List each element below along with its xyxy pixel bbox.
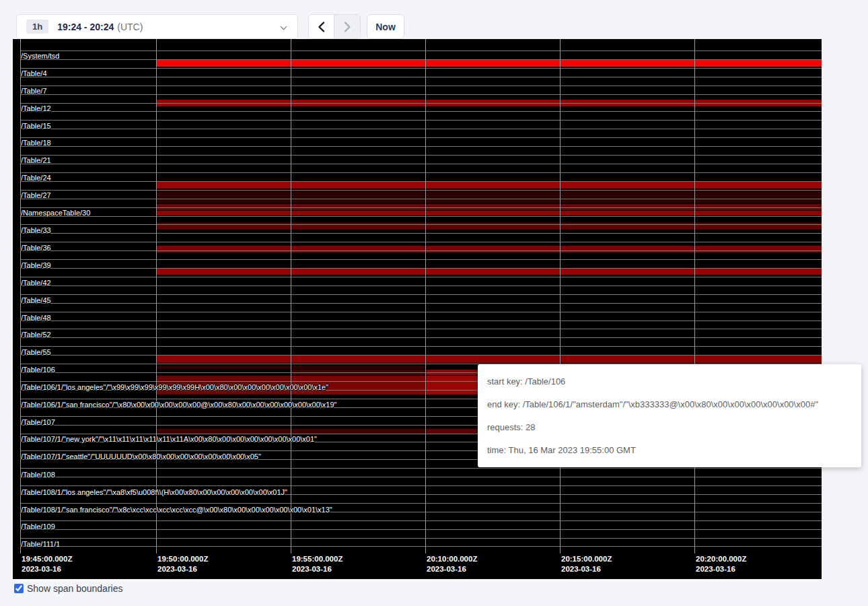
span-boundary-line: [20, 181, 822, 182]
span-boundary-line: [20, 529, 822, 530]
tick-time: 20:20:00.000Z: [696, 554, 746, 564]
tick-date: 2023-03-16: [157, 564, 208, 574]
show-span-boundaries-checkbox[interactable]: [14, 584, 24, 593]
heat-stripe: [156, 246, 822, 252]
span-key-label: /NamespaceTable/30: [21, 209, 90, 217]
span-key-label: /Table/42: [21, 279, 51, 288]
next-window-button[interactable]: [334, 15, 360, 38]
tick-time: 19:45:00.000Z: [22, 554, 72, 564]
time-gridline: [560, 39, 560, 553]
span-key-label: /Table/55: [21, 348, 51, 357]
span-key-label: /Table/12: [21, 104, 51, 113]
span-boundary-line: [20, 250, 822, 251]
span-boundary-line: [20, 355, 822, 356]
tick-date: 2023-03-16: [292, 564, 342, 574]
span-key-label: /Table/109: [21, 523, 55, 531]
span-key-label: /Table/106/1/"san francisco"/"\x80\x00\x…: [21, 401, 337, 409]
span-boundary-line: [20, 538, 822, 539]
time-gridline: [156, 39, 157, 553]
time-gridline: [425, 39, 426, 553]
heat-stripe: [156, 268, 822, 275]
span-boundary-line: [20, 503, 822, 504]
span-boundary-line: [20, 468, 822, 469]
tick-time: 19:55:00.000Z: [292, 554, 342, 564]
span-boundary-line: [20, 137, 822, 138]
x-axis-tick-label: 20:20:00.000Z2023-03-16: [696, 554, 746, 574]
span-boundary-line: [20, 329, 822, 329]
span-key-label: /Table/15: [21, 122, 51, 131]
now-button[interactable]: Now: [367, 14, 404, 39]
span-boundary-line: [20, 111, 822, 112]
tooltip-requests: requests: 28: [487, 416, 852, 439]
span-key-label: /Table/106: [21, 366, 55, 374]
span-key-label: /System/tsd: [21, 52, 59, 61]
x-axis-tick-label: 19:45:00.000Z2023-03-16: [22, 554, 72, 574]
span-boundary-line: [20, 259, 822, 260]
span-boundary-line: [20, 294, 822, 295]
hover-tooltip: start key: /Table/106 end key: /Table/10…: [478, 364, 861, 467]
show-span-boundaries-control[interactable]: Show span boundaries: [14, 583, 122, 594]
tick-time: 20:10:00.000Z: [427, 554, 477, 564]
span-boundary-line: [20, 190, 822, 191]
span-key-label: /Table/108/1/"san francisco"/"\x8c\xcc\x…: [21, 506, 332, 514]
span-boundary-line: [20, 546, 822, 547]
span-key-label: /Table/108: [21, 471, 55, 479]
span-key-label: /Table/21: [21, 156, 51, 165]
tick-date: 2023-03-16: [561, 564, 612, 574]
span-boundary-line: [20, 303, 822, 304]
span-key-label: /Table/4: [21, 69, 47, 78]
tick-time: 20:15:00.000Z: [561, 554, 612, 564]
span-boundary-line: [20, 216, 822, 217]
tooltip-time: time: Thu, 16 Mar 2023 19:55:00 GMT: [487, 439, 852, 462]
chevron-down-icon: [281, 24, 287, 30]
previous-window-button[interactable]: [309, 15, 334, 38]
show-span-boundaries-label: Show span boundaries: [27, 583, 122, 594]
span-boundary-line: [20, 242, 822, 242]
span-boundary-line: [20, 285, 822, 286]
time-range-value: 19:24 - 20:24: [57, 22, 114, 32]
span-key-label: /Table/27: [21, 191, 51, 200]
span-boundary-line: [20, 477, 822, 477]
span-boundary-line: [20, 233, 822, 234]
span-boundary-line: [20, 155, 822, 156]
toolbar: 1h 19:24 - 20:24 (UTC) Now: [0, 0, 868, 39]
tick-date: 2023-03-16: [427, 564, 477, 574]
heat-stripe: [156, 211, 822, 215]
time-gridline: [291, 39, 291, 553]
span-key-label: /Table/111/1: [21, 540, 60, 549]
span-key-label: /Table/36: [21, 244, 51, 252]
tick-date: 2023-03-16: [22, 564, 72, 574]
span-boundary-line: [20, 207, 822, 208]
span-key-label: /Table/24: [21, 174, 51, 182]
span-key-label: /Table/45: [21, 296, 51, 305]
x-axis-tick-label: 19:50:00.000Z2023-03-16: [157, 554, 208, 574]
heat-stripe: [156, 59, 822, 67]
span-boundary-line: [20, 337, 822, 338]
tick-date: 2023-03-16: [696, 564, 746, 574]
heat-stripe: [156, 356, 822, 363]
span-boundary-line: [20, 268, 822, 269]
x-axis-tick-label: 20:15:00.000Z2023-03-16: [561, 554, 612, 574]
span-key-label: /Table/107/1/"new york"/"\x11\x11\x11\x1…: [21, 435, 317, 444]
span-key-label: /Table/48: [21, 314, 51, 323]
span-key-label: /Table/107: [21, 418, 55, 427]
x-axis-tick-label: 20:10:00.000Z2023-03-16: [427, 554, 477, 574]
span-boundary-line: [20, 172, 822, 173]
time-range-selector[interactable]: 1h 19:24 - 20:24 (UTC): [16, 14, 298, 39]
key-visualizer-canvas[interactable]: /System/tsd/Table/4/Table/7/Table/12/Tab…: [13, 39, 822, 579]
tooltip-start-key: start key: /Table/106: [487, 370, 852, 393]
span-key-label: /Table/33: [21, 226, 51, 235]
span-boundary-line: [20, 50, 822, 51]
span-boundary-line: [20, 146, 822, 147]
span-boundary-line: [20, 485, 822, 486]
span-key-label: /Table/108/1/"los angeles"/"\xa8\xf5\u00…: [21, 488, 287, 497]
span-key-label: /Table/107/1/"seattle"/"UUUUUUD\x00\x80\…: [21, 452, 261, 461]
span-boundary-line: [20, 59, 822, 60]
span-boundary-line: [20, 164, 822, 164]
span-boundary-line: [20, 199, 822, 199]
span-key-label: /Table/52: [21, 331, 51, 339]
x-axis-tick-label: 19:55:00.000Z2023-03-16: [292, 554, 342, 574]
span-boundary-line: [20, 77, 822, 77]
span-boundary-line: [20, 94, 822, 95]
span-boundary-line: [20, 129, 822, 129]
